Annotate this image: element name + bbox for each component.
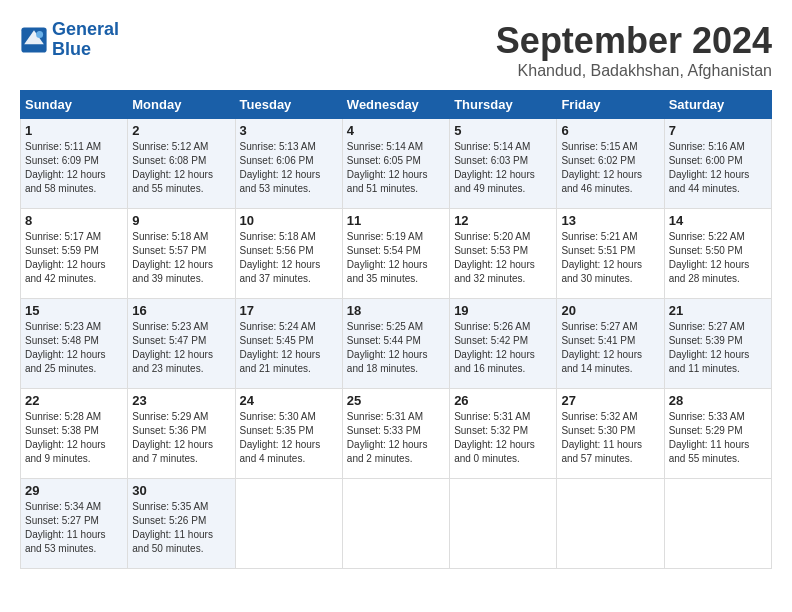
day-number: 4: [347, 123, 445, 138]
location-subtitle: Khandud, Badakhshan, Afghanistan: [496, 62, 772, 80]
svg-point-2: [36, 31, 43, 38]
table-row: 11Sunrise: 5:19 AMSunset: 5:54 PMDayligh…: [342, 209, 449, 299]
day-number: 15: [25, 303, 123, 318]
day-info: Sunrise: 5:29 AMSunset: 5:36 PMDaylight:…: [132, 411, 213, 464]
day-info: Sunrise: 5:14 AMSunset: 6:05 PMDaylight:…: [347, 141, 428, 194]
day-info: Sunrise: 5:17 AMSunset: 5:59 PMDaylight:…: [25, 231, 106, 284]
day-number: 10: [240, 213, 338, 228]
day-info: Sunrise: 5:35 AMSunset: 5:26 PMDaylight:…: [132, 501, 213, 554]
table-row: [557, 479, 664, 569]
day-number: 20: [561, 303, 659, 318]
table-row: 30Sunrise: 5:35 AMSunset: 5:26 PMDayligh…: [128, 479, 235, 569]
day-info: Sunrise: 5:31 AMSunset: 5:33 PMDaylight:…: [347, 411, 428, 464]
table-row: 19Sunrise: 5:26 AMSunset: 5:42 PMDayligh…: [450, 299, 557, 389]
table-row: 24Sunrise: 5:30 AMSunset: 5:35 PMDayligh…: [235, 389, 342, 479]
table-row: 14Sunrise: 5:22 AMSunset: 5:50 PMDayligh…: [664, 209, 771, 299]
table-row: 17Sunrise: 5:24 AMSunset: 5:45 PMDayligh…: [235, 299, 342, 389]
day-number: 24: [240, 393, 338, 408]
day-info: Sunrise: 5:22 AMSunset: 5:50 PMDaylight:…: [669, 231, 750, 284]
day-number: 11: [347, 213, 445, 228]
col-thursday: Thursday: [450, 91, 557, 119]
table-row: 1Sunrise: 5:11 AMSunset: 6:09 PMDaylight…: [21, 119, 128, 209]
table-row: 22Sunrise: 5:28 AMSunset: 5:38 PMDayligh…: [21, 389, 128, 479]
day-info: Sunrise: 5:19 AMSunset: 5:54 PMDaylight:…: [347, 231, 428, 284]
day-info: Sunrise: 5:11 AMSunset: 6:09 PMDaylight:…: [25, 141, 106, 194]
day-number: 14: [669, 213, 767, 228]
calendar-table: Sunday Monday Tuesday Wednesday Thursday…: [20, 90, 772, 569]
day-info: Sunrise: 5:20 AMSunset: 5:53 PMDaylight:…: [454, 231, 535, 284]
table-row: 20Sunrise: 5:27 AMSunset: 5:41 PMDayligh…: [557, 299, 664, 389]
day-info: Sunrise: 5:26 AMSunset: 5:42 PMDaylight:…: [454, 321, 535, 374]
day-number: 3: [240, 123, 338, 138]
table-row: 6Sunrise: 5:15 AMSunset: 6:02 PMDaylight…: [557, 119, 664, 209]
col-friday: Friday: [557, 91, 664, 119]
day-number: 27: [561, 393, 659, 408]
table-row: 26Sunrise: 5:31 AMSunset: 5:32 PMDayligh…: [450, 389, 557, 479]
table-row: 13Sunrise: 5:21 AMSunset: 5:51 PMDayligh…: [557, 209, 664, 299]
day-number: 1: [25, 123, 123, 138]
logo-line2: Blue: [52, 39, 91, 59]
day-number: 18: [347, 303, 445, 318]
logo: General Blue: [20, 20, 119, 60]
logo-text: General Blue: [52, 20, 119, 60]
col-tuesday: Tuesday: [235, 91, 342, 119]
table-row: 27Sunrise: 5:32 AMSunset: 5:30 PMDayligh…: [557, 389, 664, 479]
table-row: 12Sunrise: 5:20 AMSunset: 5:53 PMDayligh…: [450, 209, 557, 299]
page-header: General Blue September 2024 Khandud, Bad…: [20, 20, 772, 80]
month-title: September 2024: [496, 20, 772, 62]
day-info: Sunrise: 5:30 AMSunset: 5:35 PMDaylight:…: [240, 411, 321, 464]
table-row: 8Sunrise: 5:17 AMSunset: 5:59 PMDaylight…: [21, 209, 128, 299]
table-row: 3Sunrise: 5:13 AMSunset: 6:06 PMDaylight…: [235, 119, 342, 209]
day-info: Sunrise: 5:31 AMSunset: 5:32 PMDaylight:…: [454, 411, 535, 464]
table-row: 23Sunrise: 5:29 AMSunset: 5:36 PMDayligh…: [128, 389, 235, 479]
day-info: Sunrise: 5:32 AMSunset: 5:30 PMDaylight:…: [561, 411, 642, 464]
table-row: 18Sunrise: 5:25 AMSunset: 5:44 PMDayligh…: [342, 299, 449, 389]
table-row: 16Sunrise: 5:23 AMSunset: 5:47 PMDayligh…: [128, 299, 235, 389]
table-row: 25Sunrise: 5:31 AMSunset: 5:33 PMDayligh…: [342, 389, 449, 479]
table-row: [664, 479, 771, 569]
day-info: Sunrise: 5:21 AMSunset: 5:51 PMDaylight:…: [561, 231, 642, 284]
day-info: Sunrise: 5:16 AMSunset: 6:00 PMDaylight:…: [669, 141, 750, 194]
table-row: [342, 479, 449, 569]
logo-line1: General: [52, 19, 119, 39]
day-info: Sunrise: 5:12 AMSunset: 6:08 PMDaylight:…: [132, 141, 213, 194]
day-info: Sunrise: 5:27 AMSunset: 5:41 PMDaylight:…: [561, 321, 642, 374]
day-number: 17: [240, 303, 338, 318]
day-info: Sunrise: 5:18 AMSunset: 5:57 PMDaylight:…: [132, 231, 213, 284]
day-number: 21: [669, 303, 767, 318]
day-number: 5: [454, 123, 552, 138]
day-number: 26: [454, 393, 552, 408]
day-info: Sunrise: 5:13 AMSunset: 6:06 PMDaylight:…: [240, 141, 321, 194]
table-row: 15Sunrise: 5:23 AMSunset: 5:48 PMDayligh…: [21, 299, 128, 389]
table-row: 7Sunrise: 5:16 AMSunset: 6:00 PMDaylight…: [664, 119, 771, 209]
table-row: 5Sunrise: 5:14 AMSunset: 6:03 PMDaylight…: [450, 119, 557, 209]
day-info: Sunrise: 5:25 AMSunset: 5:44 PMDaylight:…: [347, 321, 428, 374]
day-info: Sunrise: 5:15 AMSunset: 6:02 PMDaylight:…: [561, 141, 642, 194]
day-info: Sunrise: 5:23 AMSunset: 5:47 PMDaylight:…: [132, 321, 213, 374]
day-number: 29: [25, 483, 123, 498]
calendar-body: 1Sunrise: 5:11 AMSunset: 6:09 PMDaylight…: [21, 119, 772, 569]
day-number: 12: [454, 213, 552, 228]
col-wednesday: Wednesday: [342, 91, 449, 119]
col-saturday: Saturday: [664, 91, 771, 119]
table-row: 21Sunrise: 5:27 AMSunset: 5:39 PMDayligh…: [664, 299, 771, 389]
col-monday: Monday: [128, 91, 235, 119]
day-info: Sunrise: 5:33 AMSunset: 5:29 PMDaylight:…: [669, 411, 750, 464]
col-sunday: Sunday: [21, 91, 128, 119]
day-number: 28: [669, 393, 767, 408]
table-row: 9Sunrise: 5:18 AMSunset: 5:57 PMDaylight…: [128, 209, 235, 299]
day-number: 13: [561, 213, 659, 228]
table-row: 28Sunrise: 5:33 AMSunset: 5:29 PMDayligh…: [664, 389, 771, 479]
table-row: 10Sunrise: 5:18 AMSunset: 5:56 PMDayligh…: [235, 209, 342, 299]
day-number: 2: [132, 123, 230, 138]
day-number: 19: [454, 303, 552, 318]
day-number: 7: [669, 123, 767, 138]
day-info: Sunrise: 5:14 AMSunset: 6:03 PMDaylight:…: [454, 141, 535, 194]
table-row: [235, 479, 342, 569]
day-number: 16: [132, 303, 230, 318]
day-info: Sunrise: 5:23 AMSunset: 5:48 PMDaylight:…: [25, 321, 106, 374]
day-info: Sunrise: 5:34 AMSunset: 5:27 PMDaylight:…: [25, 501, 106, 554]
day-number: 6: [561, 123, 659, 138]
table-row: [450, 479, 557, 569]
day-number: 25: [347, 393, 445, 408]
